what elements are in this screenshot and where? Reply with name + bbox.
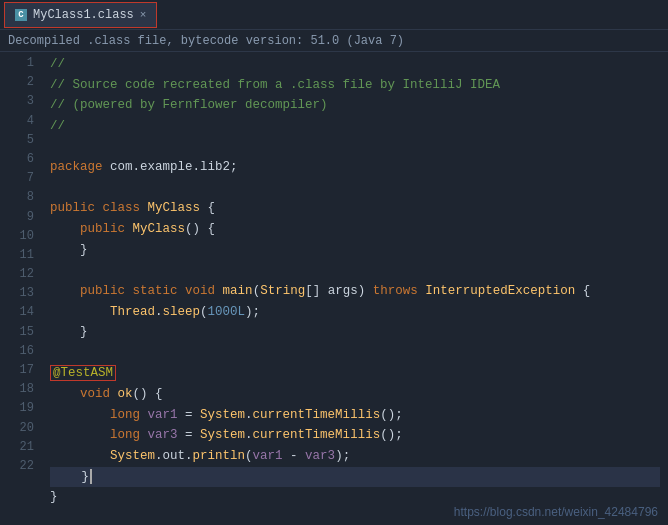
code-line: long var1 = System.currentTimeMillis();: [50, 405, 660, 426]
code-line: public static void main(String[] args) t…: [50, 281, 660, 302]
code-line: // (powered by Fernflower decompiler): [50, 95, 660, 116]
line-number: 19: [0, 399, 34, 418]
line-number: 5: [0, 131, 34, 150]
line-number: 4: [0, 112, 34, 131]
code-line: // Source code recreated from a .class f…: [50, 75, 660, 96]
code-line: }: [50, 467, 660, 488]
tab-bar: C MyClass1.class ×: [0, 0, 668, 30]
url-watermark: https://blog.csdn.net/weixin_42484796: [454, 505, 658, 519]
line-number: 2: [0, 73, 34, 92]
line-number: 8: [0, 188, 34, 207]
tab-filename: MyClass1.class: [33, 8, 134, 22]
line-number: 12: [0, 265, 34, 284]
line-number: 13: [0, 284, 34, 303]
line-number: 16: [0, 342, 34, 361]
code-line: package com.example.lib2;: [50, 157, 660, 178]
line-number: 15: [0, 323, 34, 342]
code-line: [50, 178, 660, 199]
line-number: 21: [0, 438, 34, 457]
code-line: //: [50, 116, 660, 137]
editor-area: 12345678910111213141516171819202122 ////…: [0, 52, 668, 525]
line-number: 9: [0, 208, 34, 227]
line-number: 17: [0, 361, 34, 380]
line-number: 14: [0, 303, 34, 322]
code-content[interactable]: //// Source code recreated from a .class…: [42, 52, 668, 525]
line-number: 20: [0, 419, 34, 438]
code-line: public MyClass() {: [50, 219, 660, 240]
code-line: @TestASM: [50, 363, 660, 384]
code-line: [50, 137, 660, 158]
decompile-info-text: Decompiled .class file, bytecode version…: [8, 34, 404, 48]
code-line: [50, 343, 660, 364]
code-line: Thread.sleep(1000L);: [50, 302, 660, 323]
tab-close-button[interactable]: ×: [140, 9, 147, 21]
code-line: System.out.println(var1 - var3);: [50, 446, 660, 467]
code-line: public class MyClass {: [50, 198, 660, 219]
file-tab[interactable]: C MyClass1.class ×: [4, 2, 157, 28]
line-number: 22: [0, 457, 34, 476]
line-number: 6: [0, 150, 34, 169]
code-line: }: [50, 240, 660, 261]
line-number: 7: [0, 169, 34, 188]
code-line: long var3 = System.currentTimeMillis();: [50, 425, 660, 446]
line-number: 1: [0, 54, 34, 73]
code-line: }: [50, 322, 660, 343]
line-number: 11: [0, 246, 34, 265]
code-line: void ok() {: [50, 384, 660, 405]
code-line: [50, 260, 660, 281]
tab-file-icon: C: [15, 9, 27, 21]
decompile-info-bar: Decompiled .class file, bytecode version…: [0, 30, 668, 52]
code-line: //: [50, 54, 660, 75]
line-numbers: 12345678910111213141516171819202122: [0, 52, 42, 525]
line-number: 18: [0, 380, 34, 399]
line-number: 10: [0, 227, 34, 246]
line-number: 3: [0, 92, 34, 111]
